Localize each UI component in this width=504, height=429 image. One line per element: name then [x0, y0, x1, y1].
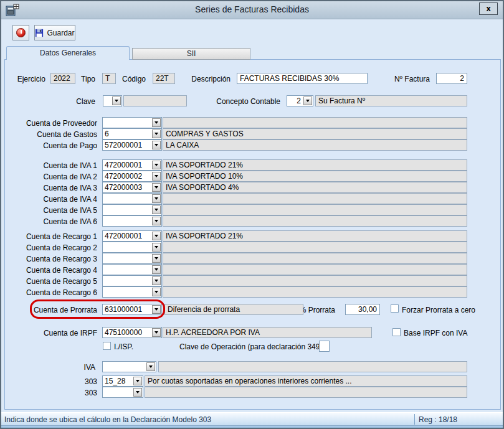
cuenta-recargo-3-combo[interactable] — [102, 253, 162, 264]
cuenta-iva-3-dropdown-button[interactable] — [152, 183, 161, 192]
cuenta-1-dropdown-icon — [155, 121, 158, 124]
cuenta-1-dropdown-button[interactable] — [152, 118, 161, 127]
modelo-303-2-dropdown-button[interactable] — [133, 388, 142, 397]
cuenta-recargo-2-combo-value[interactable] — [103, 242, 151, 252]
cuenta-iva-2-description: IVA SOPORTADO 10% — [163, 171, 467, 182]
descripcion-field[interactable]: FACTURAS RECIBIDAS 30% — [237, 73, 368, 84]
cuenta-recargo-6-combo-value[interactable] — [103, 287, 151, 297]
cuenta-iva-2-combo-value[interactable]: 472000002 — [103, 171, 151, 181]
cuenta-irpf-dropdown-icon — [155, 331, 158, 334]
cuenta-iva-5-combo[interactable] — [102, 204, 162, 215]
status-separator — [414, 414, 415, 425]
cuenta-1-combo-value[interactable] — [103, 118, 151, 128]
cuenta-2-label: Cuenta de Gastos — [37, 130, 97, 139]
cuenta-recargo-5-combo-value[interactable] — [103, 276, 151, 286]
cuenta-iva-1-combo-value[interactable]: 472000001 — [103, 160, 151, 170]
cuenta-recargo-5-dropdown-button[interactable] — [152, 276, 161, 285]
clave-349-field[interactable] — [319, 341, 330, 352]
cuenta-recargo-4-description — [163, 264, 467, 275]
cuenta-2-combo[interactable]: 6 — [102, 128, 162, 139]
cuenta-iva-5-dropdown-button[interactable] — [152, 205, 161, 214]
base-irpf-checkbox[interactable] — [392, 328, 401, 336]
cuenta-3-dropdown-button[interactable] — [152, 141, 161, 149]
cuenta-3-combo-value[interactable]: 572000001 — [103, 140, 151, 150]
cuenta-iva-4-combo[interactable] — [102, 193, 162, 204]
clave-dropdown-button[interactable] — [112, 97, 121, 105]
cuenta-iva-4-dropdown-button[interactable] — [152, 194, 161, 203]
cuenta-iva-5-description — [163, 204, 467, 215]
cuenta-recargo-1-combo-value[interactable]: 472000001 — [103, 231, 151, 241]
cuenta-iva-6-combo[interactable] — [102, 215, 162, 227]
modelo-303-2-combo[interactable] — [102, 387, 143, 398]
cuenta-irpf-combo[interactable]: 475100000 — [102, 327, 162, 338]
cuenta-recargo-1-dropdown-button[interactable] — [152, 232, 161, 240]
cuenta-recargo-3-combo-value[interactable] — [103, 253, 151, 263]
pct-prorrata-field[interactable]: 30,00 — [345, 304, 380, 315]
cuenta-prorrata-combo[interactable]: 631000001 — [102, 304, 162, 315]
cuenta-irpf-combo-value[interactable]: 475100000 — [103, 328, 151, 337]
cuenta-irpf-dropdown-button[interactable] — [152, 328, 161, 337]
cuenta-recargo-1-combo[interactable]: 472000001 — [102, 230, 162, 242]
save-button[interactable]: Guardar — [34, 25, 75, 40]
title-bar: Series de Facturas Recibidas x — [1, 1, 503, 19]
cuenta-recargo-5-description — [163, 275, 467, 286]
modelo-303-2-combo-value[interactable] — [103, 387, 133, 397]
cuenta-1-combo[interactable] — [102, 117, 162, 128]
iva-select-combo[interactable] — [102, 361, 156, 372]
cuenta-recargo-6-dropdown-button[interactable] — [152, 288, 161, 296]
cuenta-3-combo[interactable]: 572000001 — [102, 139, 162, 151]
cuenta-3-dropdown-icon — [155, 144, 158, 146]
cuenta-prorrata-dropdown-button[interactable] — [152, 305, 161, 314]
cuenta-recargo-2-label: Cuenta de Recargo 2 — [26, 243, 97, 252]
status-hint: Indica donde se ubica el cálculo en la D… — [4, 415, 211, 424]
cuenta-iva-1-combo[interactable]: 472000001 — [102, 159, 162, 171]
concepto-contable-dropdown-button[interactable] — [303, 97, 312, 105]
exit-button[interactable] — [12, 25, 29, 40]
iva-select-combo-value[interactable] — [103, 362, 146, 372]
modelo-303-1-dropdown-button[interactable] — [133, 377, 142, 385]
clave-combo[interactable] — [103, 95, 122, 106]
cuenta-recargo-2-combo[interactable] — [102, 242, 162, 253]
cuenta-irpf-description: H.P. ACREEDORA POR IVA — [163, 327, 372, 338]
isp-checkbox[interactable] — [103, 342, 111, 350]
save-icon — [35, 29, 44, 37]
concepto-contable-description: Su Factura Nº — [315, 95, 467, 106]
cuenta-prorrata-combo-value[interactable]: 631000001 — [103, 304, 151, 314]
cuenta-2-dropdown-button[interactable] — [152, 130, 161, 138]
cuenta-recargo-5-combo[interactable] — [102, 275, 162, 286]
cuenta-iva-1-dropdown-button[interactable] — [152, 161, 161, 169]
modelo-303-1-combo[interactable]: 15_28 — [102, 375, 143, 387]
cuenta-recargo-6-combo[interactable] — [102, 286, 162, 298]
concepto-contable-combo[interactable]: 2 — [287, 95, 313, 106]
cuenta-iva-2-combo[interactable]: 472000002 — [102, 171, 162, 182]
concepto-contable-label: Concepto Contable — [216, 97, 280, 106]
modelo-303-2-dropdown-icon — [136, 391, 140, 394]
cuenta-iva-3-combo[interactable]: 472000003 — [102, 182, 162, 193]
cuenta-2-combo-value[interactable]: 6 — [103, 129, 151, 139]
tab-datos-generales[interactable]: Datos Generales — [6, 46, 130, 60]
cuenta-recargo-1-dropdown-icon — [155, 235, 158, 237]
cuenta-iva-4-combo-value[interactable] — [103, 194, 151, 204]
cuenta-iva-3-combo-value[interactable]: 472000003 — [103, 182, 151, 192]
concepto-contable-combo-value[interactable]: 2 — [287, 96, 303, 106]
window: Series de Facturas Recibidas x Guardar D… — [0, 0, 504, 429]
cuenta-recargo-2-dropdown-button[interactable] — [152, 243, 161, 252]
cuenta-iva-6-dropdown-button[interactable] — [152, 217, 161, 225]
cuenta-recargo-4-combo-value[interactable] — [103, 265, 151, 275]
modelo-303-2-description — [145, 387, 467, 398]
tab-sii-label: SII — [187, 49, 196, 58]
modelo-303-1-combo-value[interactable]: 15_28 — [103, 376, 133, 386]
cuenta-iva-6-combo-value[interactable] — [103, 216, 151, 226]
tab-sii[interactable]: SII — [132, 48, 250, 60]
num-factura-field[interactable]: 2 — [436, 73, 467, 84]
forzar-prorrata-checkbox[interactable] — [391, 304, 399, 313]
cuenta-recargo-4-combo[interactable] — [102, 264, 162, 275]
cuenta-iva-5-combo-value[interactable] — [103, 205, 151, 215]
cuenta-recargo-4-dropdown-button[interactable] — [152, 265, 161, 274]
close-button[interactable]: x — [479, 2, 498, 15]
iva-select-dropdown-button[interactable] — [146, 362, 155, 371]
clave-combo-value[interactable] — [103, 96, 112, 106]
cuenta-iva-2-dropdown-button[interactable] — [152, 172, 161, 181]
modelo-303-2-label: 303 — [85, 389, 97, 397]
cuenta-recargo-3-dropdown-button[interactable] — [152, 254, 161, 263]
